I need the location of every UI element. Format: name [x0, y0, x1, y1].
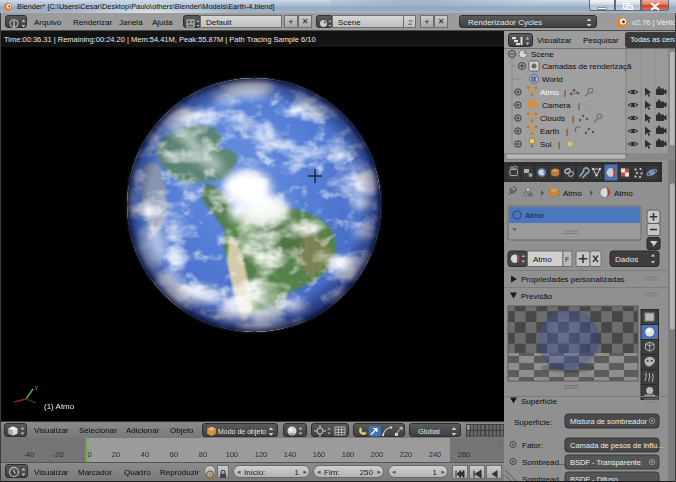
svg-text:|: |	[564, 88, 566, 97]
svg-text:Sombread...: Sombread...	[522, 458, 566, 467]
svg-text:y: y	[35, 384, 38, 390]
svg-text:F: F	[565, 256, 569, 263]
svg-text:|: |	[558, 140, 560, 149]
svg-text:Atmo: Atmo	[533, 255, 552, 264]
svg-text:(1) Atmo: (1) Atmo	[44, 402, 75, 411]
svg-text:Superfície:: Superfície:	[514, 418, 552, 427]
svg-text:Earth: Earth	[540, 127, 559, 136]
svg-text:Propriedades personalizadas: Propriedades personalizadas	[521, 275, 625, 284]
svg-text:Dados: Dados	[615, 255, 638, 264]
svg-text:Atmo: Atmo	[525, 211, 544, 220]
svg-text:Mistura de sombreador: Mistura de sombreador	[570, 417, 648, 426]
svg-text:|: |	[578, 101, 580, 110]
svg-text:Sol: Sol	[540, 140, 552, 149]
svg-text:Fator:: Fator:	[522, 441, 543, 450]
svg-text:Scene: Scene	[531, 50, 554, 59]
svg-text:World: World	[542, 75, 563, 84]
svg-text:Camera: Camera	[542, 101, 571, 110]
svg-text:Atmo: Atmo	[614, 189, 633, 198]
svg-text:BSDF - Transparente: BSDF - Transparente	[570, 458, 641, 467]
svg-text:|: |	[572, 114, 574, 123]
svg-text:Previsão: Previsão	[521, 292, 553, 301]
svg-text:Clouds: Clouds	[540, 114, 565, 123]
svg-text:Camadas de renderizaçã: Camadas de renderizaçã	[542, 62, 632, 71]
svg-text:Camada de pesos de influ...: Camada de pesos de influ...	[570, 441, 663, 450]
svg-text:Atmo: Atmo	[563, 189, 582, 198]
svg-text:Atmo: Atmo	[540, 88, 559, 97]
svg-text:Superfície: Superfície	[521, 397, 558, 406]
svg-text:|: |	[566, 127, 568, 136]
